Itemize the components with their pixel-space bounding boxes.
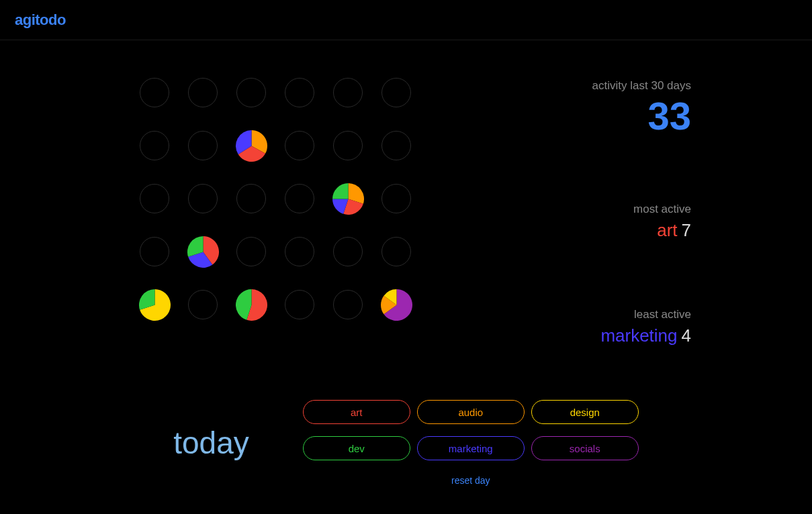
least-active-label: least active bbox=[451, 308, 691, 321]
day-cell[interactable] bbox=[381, 237, 411, 266]
day-cell[interactable] bbox=[188, 290, 218, 319]
activity-grid bbox=[140, 78, 411, 346]
most-active-line: art7 bbox=[451, 220, 691, 241]
activity-value: 33 bbox=[451, 97, 691, 136]
day-cell[interactable] bbox=[188, 237, 218, 266]
category-pills: artaudiodesigndevmarketingsocials bbox=[303, 400, 639, 460]
activity-label: activity last 30 days bbox=[451, 79, 691, 93]
category-pill-art[interactable]: art bbox=[303, 400, 410, 424]
category-pill-socials[interactable]: socials bbox=[531, 436, 639, 460]
least-active-block: least active marketing4 bbox=[451, 308, 691, 346]
day-cell[interactable] bbox=[285, 78, 314, 107]
day-cell[interactable] bbox=[285, 131, 314, 160]
most-active-value: 7 bbox=[682, 220, 691, 240]
day-cell[interactable] bbox=[236, 131, 266, 160]
day-cell[interactable] bbox=[236, 237, 266, 266]
main: activity last 30 days 33 most active art… bbox=[0, 40, 812, 346]
day-cell[interactable] bbox=[285, 184, 314, 213]
day-cell[interactable] bbox=[236, 184, 266, 213]
day-cell[interactable] bbox=[333, 290, 363, 319]
least-active-category: marketing bbox=[600, 325, 677, 346]
day-cell[interactable] bbox=[188, 131, 218, 160]
day-cell[interactable] bbox=[140, 78, 169, 107]
pills-wrap: artaudiodesigndevmarketingsocials reset … bbox=[303, 400, 639, 486]
most-active-label: most active bbox=[451, 203, 691, 216]
day-cell[interactable] bbox=[333, 184, 363, 213]
least-active-line: marketing4 bbox=[451, 325, 691, 346]
least-active-value: 4 bbox=[682, 325, 691, 346]
category-pill-design[interactable]: design bbox=[531, 400, 639, 424]
day-cell[interactable] bbox=[381, 290, 411, 319]
category-pill-marketing[interactable]: marketing bbox=[417, 436, 525, 460]
day-cell[interactable] bbox=[333, 78, 363, 107]
day-cell[interactable] bbox=[188, 78, 218, 107]
day-cell[interactable] bbox=[333, 131, 363, 160]
day-cell[interactable] bbox=[188, 184, 218, 213]
stats-panel: activity last 30 days 33 most active art… bbox=[451, 78, 691, 346]
most-active-block: most active art7 bbox=[451, 203, 691, 241]
day-cell[interactable] bbox=[333, 237, 363, 266]
day-cell[interactable] bbox=[140, 184, 169, 213]
reset-day-button[interactable]: reset day bbox=[451, 475, 490, 486]
today-label: today bbox=[173, 425, 249, 461]
most-active-category: art bbox=[657, 220, 677, 240]
header: agitodo bbox=[0, 0, 812, 40]
day-cell[interactable] bbox=[285, 290, 314, 319]
app-logo[interactable]: agitodo bbox=[15, 11, 66, 29]
day-cell[interactable] bbox=[140, 131, 169, 160]
today-section: today artaudiodesigndevmarketingsocials … bbox=[0, 400, 812, 486]
day-cell[interactable] bbox=[236, 78, 266, 107]
category-pill-dev[interactable]: dev bbox=[303, 436, 410, 460]
day-cell[interactable] bbox=[381, 184, 411, 213]
day-cell[interactable] bbox=[381, 78, 411, 107]
day-cell[interactable] bbox=[140, 237, 169, 266]
category-pill-audio[interactable]: audio bbox=[417, 400, 525, 424]
day-cell[interactable] bbox=[236, 290, 266, 319]
day-cell[interactable] bbox=[140, 290, 169, 319]
day-cell[interactable] bbox=[285, 237, 314, 266]
day-cell[interactable] bbox=[381, 131, 411, 160]
